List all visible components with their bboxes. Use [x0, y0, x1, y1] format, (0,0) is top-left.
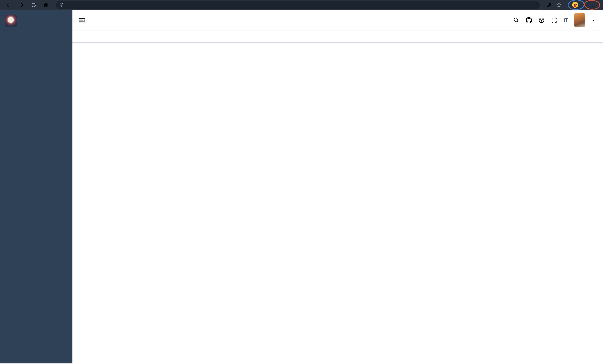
logo-avatar — [5, 15, 17, 27]
help-icon[interactable] — [538, 17, 545, 23]
main-area: tT — [72, 11, 603, 364]
user-avatar[interactable] — [574, 13, 585, 27]
paused-extension-badge[interactable] — [570, 1, 582, 9]
hamburger-icon[interactable] — [79, 17, 85, 23]
browser-actions — [546, 1, 599, 9]
tags-view — [72, 30, 603, 43]
sidebar — [0, 11, 72, 364]
search-icon[interactable] — [513, 17, 519, 23]
navbar: tT — [72, 11, 603, 30]
page-content — [72, 43, 603, 364]
screen: tT — [0, 0, 603, 364]
chrome-update-menu[interactable] — [586, 1, 598, 8]
home-icon[interactable] — [43, 2, 49, 8]
forward-icon[interactable] — [19, 2, 24, 8]
key-icon[interactable] — [546, 2, 552, 8]
menu-dots-icon[interactable] — [590, 2, 596, 7]
fullscreen-icon[interactable] — [551, 17, 557, 23]
font-size-icon[interactable]: tT — [564, 17, 568, 23]
browser-toolbar — [0, 0, 603, 11]
address-bar[interactable] — [56, 1, 540, 9]
back-icon[interactable] — [6, 2, 12, 8]
logo[interactable] — [0, 11, 72, 31]
emoji-face-icon — [572, 2, 578, 8]
chevron-down-icon[interactable] — [591, 18, 596, 22]
bookmark-star-icon[interactable] — [556, 2, 562, 8]
reload-icon[interactable] — [31, 2, 36, 8]
github-icon[interactable] — [526, 17, 532, 23]
info-icon[interactable] — [59, 3, 64, 7]
navbar-tools: tT — [513, 13, 603, 27]
